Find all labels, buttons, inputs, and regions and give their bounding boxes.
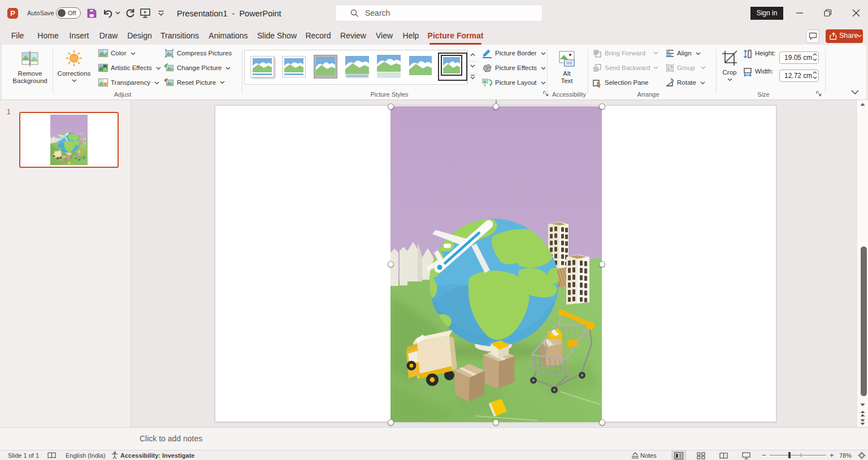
svg-text:P: P: [10, 9, 15, 18]
